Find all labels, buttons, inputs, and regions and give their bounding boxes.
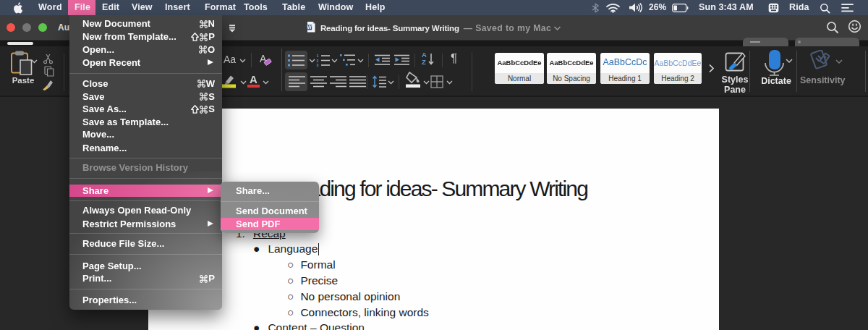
svg-text:3: 3 — [317, 63, 319, 67]
svg-text:2: 2 — [317, 59, 319, 63]
svg-text:1: 1 — [317, 54, 319, 58]
svg-text:W: W — [307, 25, 312, 30]
